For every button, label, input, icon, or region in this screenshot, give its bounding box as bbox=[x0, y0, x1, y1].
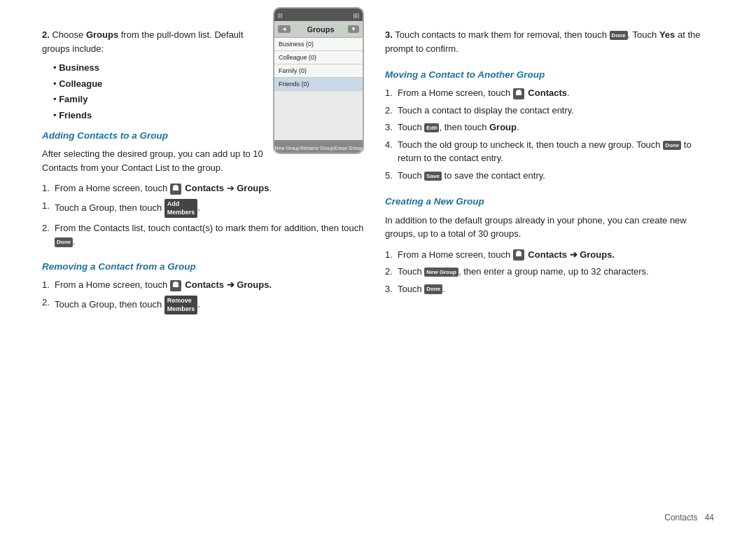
step-text: Touch Save to save the contact entry. bbox=[398, 170, 545, 181]
creating-heading: Creating a New Group bbox=[385, 195, 714, 209]
left-column: ||| |||| ◄ Groups ▼ Business (0) Colleag… bbox=[42, 28, 364, 519]
creating-step-2: 2. Touch New Group, then enter a group n… bbox=[385, 265, 714, 279]
step-text: Touch the old group to uncheck it, then … bbox=[398, 139, 692, 164]
creating-section: Creating a New Group In addition to the … bbox=[385, 195, 714, 296]
list-item[interactable]: Business (0) bbox=[274, 38, 363, 51]
list-item[interactable]: Friends (0) bbox=[274, 78, 363, 91]
phone-title: Groups bbox=[293, 25, 348, 34]
yes-text: Yes bbox=[659, 29, 675, 40]
moving-section: Moving a Contact to Another Group 1. Fro… bbox=[385, 68, 714, 182]
step-text: Touch Edit, then touch Group. bbox=[398, 122, 519, 132]
removing-steps: 1. From a Home screen, touch Contacts ➔ … bbox=[42, 278, 364, 314]
phone-header: ◄ Groups ▼ bbox=[274, 21, 363, 38]
removing-step-1: 1. From a Home screen, touch Contacts ➔ … bbox=[42, 278, 364, 292]
adding-step-2: 2. From the Contacts list, touch contact… bbox=[42, 221, 364, 249]
done-btn: Done bbox=[55, 237, 73, 247]
new-group-btn: New Group bbox=[424, 268, 458, 277]
step-text: Touch New Group, then enter a group name… bbox=[398, 266, 649, 277]
phone-dropdown-btn[interactable]: ▼ bbox=[348, 25, 359, 33]
step-text: Touch a Group, then touch RemoveMembers. bbox=[55, 299, 200, 310]
step-text: From the Contacts list, touch contact(s)… bbox=[55, 223, 363, 247]
step2-num: 2. bbox=[42, 29, 50, 40]
step2-pre: Choose bbox=[52, 29, 85, 40]
removing-section: Removing a Contact from a Group 1. From … bbox=[42, 260, 364, 314]
done-btn-inline: Done bbox=[610, 31, 628, 40]
creating-intro: In addition to the default groups alread… bbox=[385, 214, 714, 241]
phone-status-bar: ||| |||| bbox=[274, 8, 363, 21]
moving-step-4: 4. Touch the old group to uncheck it, th… bbox=[385, 138, 714, 165]
erase-group-btn[interactable]: Erase Group bbox=[335, 146, 363, 151]
list-item[interactable]: Colleague (0) bbox=[274, 51, 363, 64]
save-btn: Save bbox=[424, 172, 442, 181]
contacts-icon bbox=[513, 88, 524, 99]
done-btn: Done bbox=[424, 284, 442, 293]
adding-step-1: 1. From a Home screen, touch Contacts ➔ … bbox=[42, 181, 364, 195]
edit-btn: Edit bbox=[424, 123, 439, 132]
done-btn: Done bbox=[663, 141, 681, 150]
step-text: From a Home screen, touch Contacts ➔ Gro… bbox=[398, 249, 615, 260]
remove-members-btn: RemoveMembers bbox=[164, 296, 198, 314]
adding-steps: 1. From a Home screen, touch Contacts ➔ … bbox=[42, 181, 364, 249]
step-text: Touch a contact to display the contact e… bbox=[398, 105, 574, 116]
intro-section: ||| |||| ◄ Groups ▼ Business (0) Colleag… bbox=[42, 28, 364, 122]
battery-icon: |||| bbox=[354, 12, 359, 18]
add-members-btn: AddMembers bbox=[164, 199, 198, 218]
step-text: From a Home screen, touch Contacts. bbox=[398, 88, 570, 98]
page: ||| |||| ◄ Groups ▼ Business (0) Colleag… bbox=[0, 0, 756, 540]
step-text: From a Home screen, touch Contacts ➔ Gro… bbox=[55, 279, 272, 290]
removal-step3-text: 3. Touch contacts to mark them for remov… bbox=[385, 28, 714, 55]
contacts-icon bbox=[170, 184, 181, 195]
removing-heading: Removing a Contact from a Group bbox=[42, 260, 364, 274]
page-footer: Contacts 44 bbox=[664, 513, 714, 522]
moving-steps: 1. From a Home screen, touch Contacts. 2… bbox=[385, 86, 714, 182]
rename-group-btn[interactable]: Rename Group bbox=[300, 146, 334, 151]
signal-icon: ||| bbox=[278, 12, 282, 18]
step-text: Touch Done. bbox=[398, 284, 445, 294]
step-text: Touch a Group, then touch AddMembers. bbox=[55, 202, 200, 213]
phone-group-list: Business (0) Colleague (0) Family (0) Fr… bbox=[274, 38, 363, 91]
creating-steps: 1. From a Home screen, touch Contacts ➔ … bbox=[385, 248, 714, 296]
phone-footer-buttons: New Group Rename Group Erase Group bbox=[274, 140, 363, 154]
phone-back-btn[interactable]: ◄ bbox=[278, 25, 290, 33]
contacts-icon bbox=[170, 280, 181, 291]
moving-step-2: 2. Touch a contact to display the contac… bbox=[385, 104, 714, 118]
removal-step3-section: 3. Touch contacts to mark them for remov… bbox=[385, 28, 714, 55]
step2-bold: Groups bbox=[86, 29, 118, 40]
moving-heading: Moving a Contact to Another Group bbox=[385, 68, 714, 82]
step-text: From a Home screen, touch Contacts ➔ Gro… bbox=[55, 183, 272, 193]
moving-step-3: 3. Touch Edit, then touch Group. bbox=[385, 120, 714, 134]
removing-step-2: 2. Touch a Group, then touch RemoveMembe… bbox=[42, 296, 364, 314]
footer-page-num: 44 bbox=[705, 513, 714, 522]
new-group-btn[interactable]: New Group bbox=[275, 146, 300, 151]
adding-step-1b: 1. Touch a Group, then touch AddMembers. bbox=[42, 199, 364, 218]
phone-content: Business (0) Colleague (0) Family (0) Fr… bbox=[274, 38, 363, 154]
footer-label: Contacts bbox=[664, 513, 697, 522]
phone-mockup: ||| |||| ◄ Groups ▼ Business (0) Colleag… bbox=[273, 7, 364, 154]
list-item[interactable]: Family (0) bbox=[274, 64, 363, 78]
moving-step-5: 5. Touch Save to save the contact entry. bbox=[385, 169, 714, 183]
contacts-icon bbox=[513, 249, 524, 261]
creating-step-1: 1. From a Home screen, touch Contacts ➔ … bbox=[385, 248, 714, 262]
right-column: 3. Touch contacts to mark them for remov… bbox=[385, 28, 714, 519]
moving-step-1: 1. From a Home screen, touch Contacts. bbox=[385, 86, 714, 100]
creating-step-3: 3. Touch Done. bbox=[385, 282, 714, 296]
